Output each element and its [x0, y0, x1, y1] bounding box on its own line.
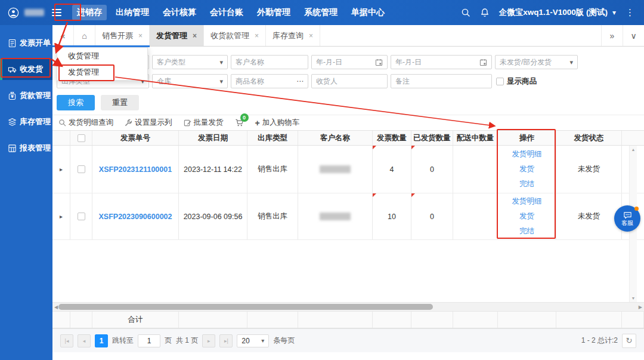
sidebar-item-invoice[interactable]: 发票开单 — [0, 32, 52, 54]
nav-item-field-mgmt[interactable]: 外勤管理 — [252, 5, 295, 20]
more-options-icon[interactable]: ⋯ — [296, 77, 304, 85]
select-all-checkbox[interactable] — [78, 134, 85, 142]
warehouse-select[interactable]: 仓库 ▾ — [152, 74, 228, 88]
sidebar-item-shipping[interactable]: 收发货 — [0, 59, 52, 80]
invoice-number-link[interactable]: XSFP2023090600002 — [98, 213, 172, 221]
invoice-number-link[interactable]: XSFP2023121100001 — [99, 165, 172, 174]
sidebar-item-stock[interactable]: 库存管理 — [0, 111, 52, 133]
nav-item-system[interactable]: 系统管理 — [299, 5, 342, 20]
brand-title[interactable]: 企微宝xwq1.1-V1000版 (测试) — [499, 7, 608, 18]
menu-item-shipping-mgmt[interactable]: 发货管理 — [57, 64, 147, 80]
brand-caret-icon[interactable]: ▾ — [612, 8, 616, 17]
header-invoice-qty[interactable]: 发票数量 — [373, 131, 411, 145]
tab-sales-invoicing[interactable]: 销售开票 × — [95, 25, 150, 46]
show-product-checkbox[interactable] — [496, 78, 504, 85]
finish-link[interactable]: 完结 — [512, 225, 542, 238]
product-name-input[interactable]: ⋯ — [231, 74, 308, 88]
finish-link[interactable]: 完结 — [512, 178, 542, 190]
tab-stock-query[interactable]: 库存查询 × — [266, 25, 320, 46]
header-outbound-type[interactable]: 出库类型 — [247, 131, 298, 145]
refresh-button[interactable]: ↻ — [622, 334, 636, 348]
header-invoice-date[interactable]: 发票日期 — [179, 131, 247, 145]
kebab-menu-icon[interactable]: ⋮ — [626, 7, 634, 18]
hamburger-menu-icon[interactable] — [52, 9, 61, 16]
remark-input[interactable] — [391, 74, 492, 88]
customer-name-input[interactable] — [231, 55, 308, 69]
row-expand-icon[interactable]: ▸ — [60, 213, 63, 220]
date-start-input[interactable]: 年-月-日 — [311, 55, 388, 69]
nav-item-inventory[interactable]: 进销存 — [72, 5, 107, 20]
header-operations[interactable]: 操作 — [498, 131, 556, 145]
row-checkbox[interactable] — [78, 165, 85, 173]
close-icon[interactable]: × — [255, 32, 259, 40]
horizontal-scrollbar[interactable]: ◀ ▶ — [52, 302, 644, 312]
header-customer-name[interactable]: 客户名称 — [298, 131, 373, 145]
customer-service-button[interactable]: 客服 — [614, 205, 640, 232]
header-shipped-qty[interactable]: 已发货数量 — [411, 131, 453, 145]
receiver-field[interactable] — [316, 77, 383, 85]
last-page-button[interactable]: ▸| — [219, 334, 233, 347]
row-checkbox[interactable] — [78, 213, 85, 220]
first-page-button[interactable]: |◂ — [60, 334, 73, 347]
sidebar-item-report[interactable]: 报表管理 — [0, 137, 52, 159]
current-page-button[interactable]: 1 — [95, 334, 108, 347]
cart-button[interactable]: 0 — [235, 118, 244, 127]
set-columns-button[interactable]: 设置显示列 — [125, 118, 172, 128]
product-name-field[interactable] — [236, 77, 296, 85]
scroll-left-icon[interactable]: ◀ — [54, 304, 58, 310]
nav-item-doc-center[interactable]: 单据中心 — [346, 5, 389, 20]
reset-button[interactable]: 重置 — [101, 95, 139, 110]
search-icon[interactable] — [461, 8, 470, 17]
nav-item-ledger[interactable]: 会计台账 — [205, 5, 248, 20]
page-number-input[interactable] — [138, 334, 160, 347]
report-icon — [8, 144, 17, 153]
calendar-icon[interactable] — [375, 59, 383, 66]
header-delivering-qty[interactable]: 配送中数量 — [453, 131, 498, 145]
home-tab-icon[interactable]: ⌂ — [74, 25, 95, 46]
ship-link[interactable]: 发货 — [512, 210, 542, 223]
context-menu: 收货管理 发货管理 — [57, 47, 148, 81]
add-to-cart-button[interactable]: + 加入购物车 — [255, 118, 300, 128]
header-ship-status[interactable]: 发货状态 — [556, 131, 622, 145]
sidebar-item-payment[interactable]: ¥ 货款管理 — [0, 85, 52, 106]
page-size-select[interactable]: 20 ▾ — [237, 334, 269, 347]
calendar-icon[interactable] — [479, 59, 487, 66]
menu-item-receiving-mgmt[interactable]: 收货管理 — [57, 48, 147, 64]
next-page-button[interactable]: ▸ — [202, 334, 215, 347]
tabs-collapse-icon[interactable]: « — [52, 25, 74, 46]
nav-item-cashier[interactable]: 出纳管理 — [111, 5, 154, 20]
tab-receipt-mgmt[interactable]: 收货款管理 × — [204, 25, 266, 46]
customer-type-select[interactable]: 客户类型 ▾ — [152, 55, 228, 69]
receiver-input[interactable] — [311, 74, 388, 88]
row-expand-icon[interactable]: ▸ — [60, 166, 63, 173]
prev-page-button[interactable]: ◂ — [78, 334, 91, 347]
batch-ship-button[interactable]: 批量发货 — [184, 118, 224, 128]
tab-shipping-mgmt[interactable]: 发货管理 × — [150, 25, 204, 46]
notification-bell-icon[interactable] — [480, 8, 490, 17]
ship-status-select[interactable]: 未发货/部分发货 ▾ — [495, 55, 578, 69]
ship-link[interactable]: 发货 — [512, 163, 542, 176]
scroll-up-icon[interactable]: ▲ — [631, 147, 636, 152]
tabs-expand-icon[interactable]: » — [601, 25, 623, 46]
tool-label: 设置显示列 — [135, 118, 172, 128]
scrollbar-thumb[interactable] — [58, 304, 433, 310]
tool-label: 加入购物车 — [262, 118, 300, 128]
ship-detail-link[interactable]: 发货明细 — [512, 195, 542, 208]
remark-field[interactable] — [395, 77, 487, 85]
nav-item-accounting[interactable]: 会计核算 — [158, 5, 201, 20]
user-avatar-icon[interactable] — [8, 7, 19, 19]
header-invoice-no[interactable]: 发票单号 — [92, 131, 179, 145]
close-icon[interactable]: × — [193, 32, 197, 40]
table-body: ▸ XSFP2023121100001 2023-12-11 14:22 销售出… — [52, 146, 644, 302]
scroll-right-icon[interactable]: ▶ — [639, 304, 642, 310]
money-bag-icon: ¥ — [8, 91, 17, 100]
close-icon[interactable]: × — [138, 32, 143, 40]
close-icon[interactable]: × — [309, 32, 313, 40]
tabs-dropdown-icon[interactable]: ∨ — [623, 25, 644, 46]
ship-detail-link[interactable]: 发货明细 — [512, 148, 542, 161]
date-end-input[interactable]: 年-月-日 — [391, 55, 492, 69]
customer-name-field[interactable] — [236, 58, 304, 66]
shipping-detail-query-button[interactable]: 发货明细查询 — [58, 118, 113, 128]
search-button[interactable]: 搜索 — [57, 95, 95, 110]
scroll-down-icon[interactable]: ▼ — [631, 296, 636, 300]
